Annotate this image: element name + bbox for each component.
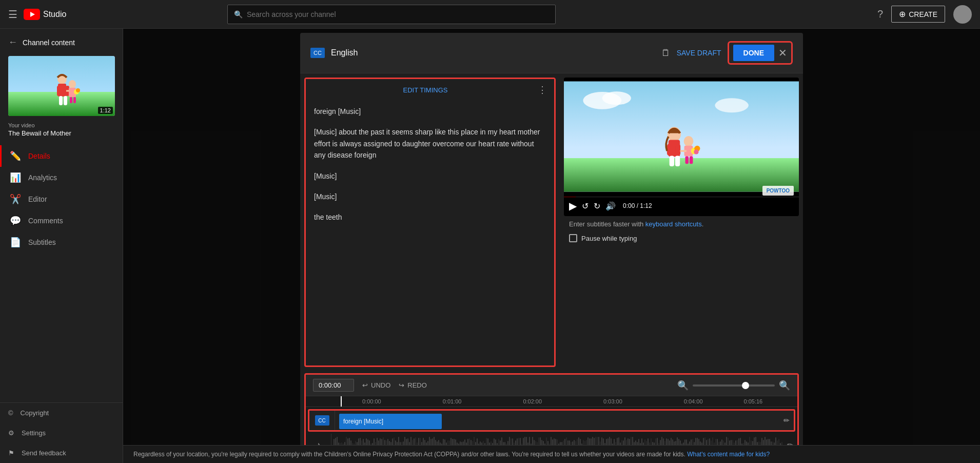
undo-button[interactable]: ↩ UNDO [362,381,390,389]
redo-label: REDO [407,381,427,389]
youtube-icon [24,9,40,20]
channel-content-link[interactable]: ← Channel content [0,29,123,56]
zoom-slider[interactable] [693,384,775,387]
editor-label: Editor [28,195,47,203]
pause-typing-label: Pause while typing [581,235,637,242]
create-label: CREATE [909,10,937,18]
dialog-overlay: CC English 🗒 SAVE DRAFT DONE ✕ [123,29,980,463]
header-actions: 🗒 SAVE DRAFT DONE ✕ [661,41,793,65]
pause-typing-checkbox[interactable] [569,234,577,242]
svg-rect-31 [690,156,693,164]
timeline-ruler: 0:00:00 0:01:00 0:02:00 0:03:00 0:04:00 … [306,396,797,407]
hamburger-menu[interactable]: ☰ [8,8,17,21]
svg-rect-6 [57,86,61,96]
video-controls: ▶ ↺ ↻ 🔊 0:00 / 1:12 [564,196,799,216]
close-dialog-button[interactable]: ✕ [778,47,787,59]
subtitle-track-content[interactable]: foreign [Music] [335,411,779,430]
svg-rect-13 [73,97,76,103]
subtitles-icon: 📄 [10,237,21,248]
volume-button[interactable]: 🔊 [605,201,616,211]
subtitle-track: CC foreign [Music] ✏ [308,409,795,432]
coppa-text: Regardless of your location, you're lega… [133,451,687,458]
forward-10-button[interactable]: ↻ [594,201,600,211]
sidebar-item-comments[interactable]: 💬 Comments [0,210,123,232]
avatar[interactable] [953,5,972,24]
coppa-link[interactable]: What's content made for kids? [687,451,770,458]
cc-icon: CC [315,415,329,426]
redo-button[interactable]: ↪ REDO [399,381,427,389]
settings-label: Settings [22,429,46,437]
video-title: The Bewail of Mother [8,129,114,137]
ruler-mark-3: 0:03:00 [603,398,622,404]
create-button[interactable]: ⊕ CREATE [891,6,945,23]
time-position-input[interactable] [313,379,354,392]
keyboard-shortcuts-link[interactable]: keyboard shortcuts [645,220,702,228]
sidebar-bottom: © Copyright ⚙ Settings ⚑ Send feedback [0,402,123,463]
transcript-more-options[interactable]: ⋮ [538,84,547,95]
comments-icon: 💬 [10,215,21,226]
sidebar-item-copyright[interactable]: © Copyright [0,403,123,423]
save-draft-label: SAVE DRAFT [677,49,721,57]
sidebar-item-editor[interactable]: ✂️ Editor [0,188,123,210]
sidebar-item-feedback[interactable]: ⚑ Send feedback [0,443,123,463]
search-icon: 🔍 [234,10,243,18]
svg-rect-27 [675,156,680,166]
redo-icon: ↪ [399,381,404,389]
video-scene [564,78,799,196]
pause-while-typing: Pause while typing [564,232,799,244]
ruler-mark-0: 0:00:00 [362,398,381,404]
help-icon[interactable]: ? [877,8,883,20]
save-draft-button[interactable]: SAVE DRAFT [677,49,721,57]
timeline-toolbar: ↩ UNDO ↪ REDO 🔍 🔍 [306,375,797,396]
svg-rect-12 [70,97,72,103]
svg-point-19 [602,91,631,105]
video-thumbnail[interactable]: 1:12 [8,56,115,116]
transcript-line-1: foreign [Music] [314,106,546,117]
search-bar[interactable]: 🔍 [227,5,556,24]
svg-rect-25 [676,144,680,156]
details-label: Details [28,152,50,160]
youtube-logo[interactable]: Studio [24,9,66,20]
feedback-label: Send feedback [22,449,66,457]
top-navigation: ☰ Studio 🔍 ? ⊕ CREATE [0,0,980,29]
undo-label: UNDO [371,381,390,389]
sidebar-item-analytics[interactable]: 📊 Analytics [0,167,123,188]
ruler-mark-1: 0:01:00 [443,398,462,404]
nav-left: ☰ Studio [8,8,66,21]
video-label: Your video [8,122,114,128]
done-label: DONE [743,49,764,57]
subtitle-block-text: foreign [Music] [343,418,383,425]
analytics-icon: 📊 [10,172,21,183]
copyright-label: Copyright [21,409,49,417]
svg-point-28 [684,136,694,147]
subtitle-dialog: CC English 🗒 SAVE DRAFT DONE ✕ [300,33,803,463]
zoom-in-button[interactable]: 🔍 [779,380,790,391]
subtitle-track-icon: CC [310,48,325,58]
svg-rect-30 [685,156,689,164]
nav-right: ? ⊕ CREATE [877,5,972,24]
feedback-icon: ⚑ [8,449,14,457]
sidebar-item-subtitles[interactable]: 📄 Subtitles [0,232,123,253]
sidebar-item-details[interactable]: ✏️ Details [0,145,123,167]
done-button[interactable]: DONE [733,45,774,61]
svg-rect-26 [670,156,674,166]
transcript-line-2: [Music] about the past it seems sharp li… [314,126,546,161]
play-button[interactable]: ▶ [569,200,577,212]
svg-rect-24 [667,144,672,156]
subtitle-block-1[interactable]: foreign [Music] [339,414,442,429]
playhead [341,396,342,407]
zoom-controls: 🔍 🔍 [677,380,790,391]
edit-timings-button[interactable]: EDIT TIMINGS [403,86,448,94]
zoom-out-button[interactable]: 🔍 [677,380,689,391]
svg-point-10 [69,80,76,88]
back-arrow-icon: ← [8,37,17,48]
ruler-mark-5: 0:05:16 [744,398,763,404]
search-input[interactable] [247,10,549,18]
transcript-content[interactable]: foreign [Music] [Music] about the past i… [306,101,554,365]
edit-timings-label: EDIT TIMINGS [403,86,448,94]
track-edit-icon[interactable]: ✏ [779,416,794,425]
ruler-track: 0:00:00 0:01:00 0:02:00 0:03:00 0:04:00 … [331,398,797,404]
settings-icon: ⚙ [8,429,14,437]
sidebar-item-settings[interactable]: ⚙ Settings [0,423,123,443]
rewind-10-button[interactable]: ↺ [582,201,589,211]
